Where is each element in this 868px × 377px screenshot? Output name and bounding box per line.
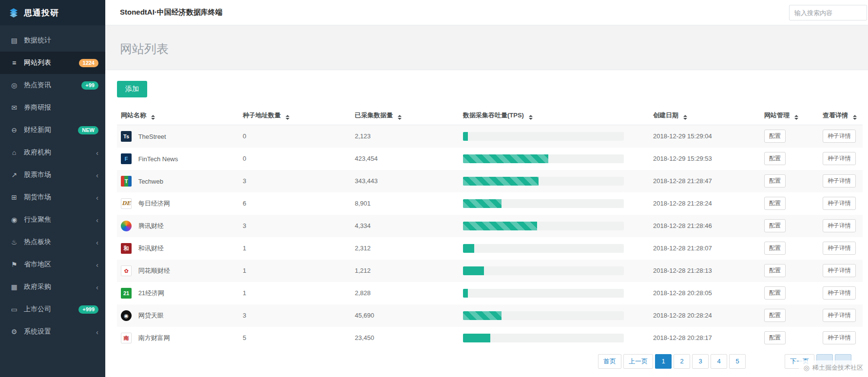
sidebar-item[interactable]: ▭ 上市公司 +999 [0, 298, 105, 320]
seed-detail-button[interactable]: 种子详情 [823, 286, 856, 300]
detail-cell: 种子详情 [819, 304, 863, 327]
sidebar-item[interactable]: ▦ 政府采购 ‹ [0, 276, 105, 298]
table-row: 21 21经济网 1 2,828 2018-12-28 20:28:05 [117, 282, 863, 304]
sort-icon[interactable] [151, 115, 155, 120]
sidebar-item[interactable]: ⊞ 期货市场 ‹ [0, 186, 105, 208]
seed-detail-button[interactable]: 种子详情 [823, 331, 856, 344]
manage-cell: 配置 [760, 125, 819, 148]
hot-sector-icon: ♨ [10, 238, 19, 246]
sidebar-item[interactable]: ⊖ 财经新闻 NEW [0, 119, 105, 141]
column-header[interactable]: 网站名称 [117, 106, 239, 125]
sidebar-item[interactable]: ⌂ 政府机构 ‹ [0, 141, 105, 164]
site-name: 每日经济网 [138, 200, 170, 207]
column-header[interactable]: 创建日期 [649, 106, 760, 125]
tps-progress-track [463, 334, 624, 342]
watermark-text: 稀土掘金技术社区 [812, 363, 863, 372]
site-config-button[interactable]: 配置 [764, 174, 786, 188]
site-config-button[interactable]: 配置 [764, 130, 786, 143]
sidebar-item[interactable]: ♨ 热点板块 ‹ [0, 231, 105, 253]
site-config-button[interactable]: 配置 [764, 309, 786, 322]
add-button[interactable]: 添加 [117, 81, 147, 97]
manage-cell: 配置 [760, 260, 819, 282]
sidebar-item[interactable]: ⚙ 系统设置 ‹ [0, 320, 105, 343]
tps-progress-fill [463, 334, 490, 342]
seed-detail-button[interactable]: 种子详情 [823, 152, 856, 165]
pagination-page-button[interactable]: 2 [674, 354, 690, 369]
detail-cell: 种子详情 [819, 148, 863, 170]
tps-cell [459, 170, 649, 192]
site-favicon-icon: 21 [121, 288, 132, 299]
pagination-prev-button[interactable]: 上一页 [623, 354, 653, 369]
column-header[interactable]: 已采集数据量 [351, 106, 459, 125]
site-config-button[interactable]: 配置 [764, 197, 786, 210]
futures-icon: ⊞ [10, 193, 19, 201]
column-header[interactable]: 数据采集吞吐量(TPS) [459, 106, 649, 125]
column-header[interactable]: 网站管理 [760, 106, 819, 125]
manage-cell: 配置 [760, 148, 819, 170]
pagination-page-button[interactable]: 5 [729, 354, 746, 369]
created-date-cell: 2018-12-29 15:29:04 [649, 125, 760, 148]
site-config-button[interactable]: 配置 [764, 331, 786, 344]
table-row: ◉ 网贷天眼 3 45,690 2018-12-28 20:28:24 [117, 304, 863, 327]
column-header[interactable]: 种子地址数量 [239, 106, 351, 125]
sidebar-item[interactable]: ▤ 数据统计 [0, 29, 105, 52]
site-config-button[interactable]: 配置 [764, 219, 786, 232]
column-header-label: 种子地址数量 [243, 112, 281, 119]
sort-icon[interactable] [398, 115, 402, 120]
detail-cell: 种子详情 [819, 237, 863, 260]
sort-icon[interactable] [286, 115, 289, 120]
site-config-button[interactable]: 配置 [764, 264, 786, 277]
site-name: 网贷天眼 [138, 312, 164, 319]
seed-count-cell: 0 [239, 148, 351, 170]
created-date-cell: 2018-12-28 21:28:24 [649, 192, 760, 215]
pagination-page-button[interactable]: 1 [655, 354, 672, 369]
sidebar-item[interactable]: ◎ 热点资讯 +99 [0, 74, 105, 96]
site-config-button[interactable]: 配置 [764, 242, 786, 255]
column-header-label: 已采集数据量 [355, 112, 393, 119]
app-title: StonedtAI·中国经济数据库终端 [120, 8, 223, 17]
site-favicon-icon: DE [121, 198, 132, 209]
site-config-button[interactable]: 配置 [764, 152, 786, 165]
sidebar-item-label: 数据统计 [24, 36, 51, 45]
sort-icon[interactable] [794, 115, 798, 120]
manage-cell: 配置 [760, 215, 819, 237]
collected-count-cell: 343,443 [351, 170, 459, 192]
sort-icon[interactable] [529, 115, 533, 120]
sidebar-item[interactable]: ↗ 股票市场 ‹ [0, 164, 105, 186]
sidebar-item[interactable]: ✉ 券商研报 [0, 96, 105, 119]
seed-count-cell: 3 [239, 170, 351, 192]
site-name-cell: 南 南方财富网 [117, 327, 239, 349]
search-input[interactable] [789, 5, 867, 20]
sidebar-badge: +999 [78, 305, 98, 314]
seed-detail-button[interactable]: 种子详情 [823, 174, 856, 188]
column-header[interactable]: 查看详情 [819, 106, 863, 125]
website-table: 网站名称 种子地址数量 已采集数据量 [117, 106, 863, 349]
site-config-button[interactable]: 配置 [764, 286, 786, 300]
sidebar-item[interactable]: ≡ 网站列表 1224 [0, 52, 105, 74]
seed-detail-button[interactable]: 种子详情 [823, 219, 856, 232]
seed-detail-button[interactable]: 种子详情 [823, 309, 856, 322]
page-title: 网站列表 [120, 41, 868, 57]
sidebar-item[interactable]: ⚑ 省市地区 ‹ [0, 253, 105, 276]
seed-detail-button[interactable]: 种子详情 [823, 242, 856, 255]
topbar: StonedtAI·中国经济数据库终端 [105, 0, 868, 25]
pagination-page-button[interactable]: 4 [711, 354, 727, 369]
manage-cell: 配置 [760, 327, 819, 349]
chevron-left-icon: ‹ [96, 216, 98, 224]
bank-icon: ⌂ [10, 149, 19, 156]
seed-detail-button[interactable]: 种子详情 [823, 264, 856, 277]
collected-count-cell: 2,828 [351, 282, 459, 304]
site-name-cell: T Techweb [117, 170, 239, 192]
page-head: 网站列表 [105, 25, 868, 70]
sidebar-item-label: 财经新闻 [24, 126, 51, 134]
column-header-label: 网站管理 [764, 112, 790, 119]
sort-icon[interactable] [853, 115, 857, 120]
pagination-first-button[interactable]: 首页 [598, 354, 621, 369]
sort-icon[interactable] [683, 115, 687, 120]
seed-detail-button[interactable]: 种子详情 [823, 197, 856, 210]
seed-detail-button[interactable]: 种子详情 [823, 130, 856, 143]
tps-progress-track [463, 154, 624, 163]
pagination-page-button[interactable]: 3 [692, 354, 709, 369]
sidebar-item[interactable]: ◉ 行业聚焦 ‹ [0, 208, 105, 231]
stock-chart-icon: ↗ [10, 171, 19, 179]
